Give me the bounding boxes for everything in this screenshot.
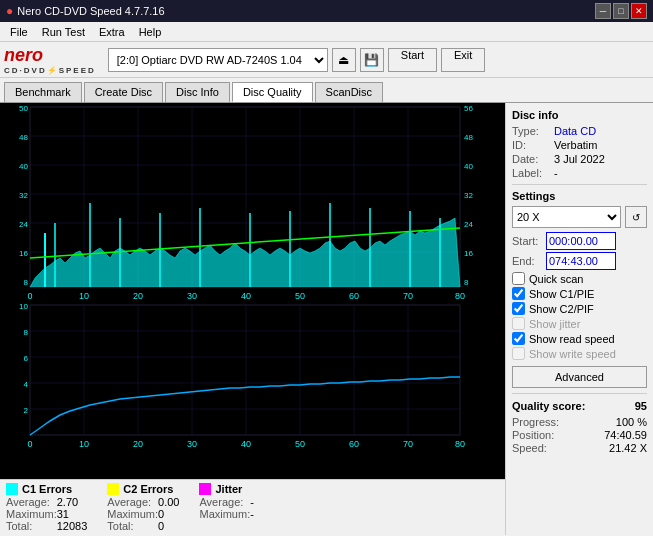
tab-disc-quality[interactable]: Disc Quality xyxy=(232,82,313,102)
tab-scan-disc[interactable]: ScanDisc xyxy=(315,82,383,102)
logo-cdspeed: CD·DVD⚡SPEED xyxy=(4,66,96,75)
menu-file[interactable]: File xyxy=(4,24,34,40)
disc-info-title: Disc info xyxy=(512,109,647,121)
disc-id-value: Verbatim xyxy=(554,139,597,151)
toolbar: nero CD·DVD⚡SPEED [2:0] Optiarc DVD RW A… xyxy=(0,42,653,78)
start-button[interactable]: Start xyxy=(388,48,437,72)
legend-jitter: Jitter Average: - Maximum: - xyxy=(199,483,253,532)
svg-text:50: 50 xyxy=(295,291,305,301)
chart-legend: C1 Errors Average: 2.70 Maximum: 31 Tota… xyxy=(0,479,505,535)
disc-label-label: Label: xyxy=(512,167,550,179)
show-c2-pif-row: Show C2/PIF xyxy=(512,302,647,315)
show-c2-pif-checkbox[interactable] xyxy=(512,302,525,315)
save-button[interactable]: 💾 xyxy=(360,48,384,72)
svg-text:80: 80 xyxy=(455,439,465,449)
svg-text:6: 6 xyxy=(24,354,29,363)
position-row: Position: 74:40.59 xyxy=(512,429,647,441)
close-button[interactable]: ✕ xyxy=(631,3,647,19)
svg-text:24: 24 xyxy=(464,220,473,229)
svg-text:80: 80 xyxy=(455,291,465,301)
speed-row-2: Speed: 21.42 X xyxy=(512,442,647,454)
chart-panel: 50 48 40 32 24 16 8 56 48 40 32 24 16 8 xyxy=(0,103,505,535)
tab-disc-info[interactable]: Disc Info xyxy=(165,82,230,102)
start-label: Start: xyxy=(512,235,542,247)
svg-text:70: 70 xyxy=(403,439,413,449)
svg-text:48: 48 xyxy=(464,133,473,142)
disc-id-label: ID: xyxy=(512,139,550,151)
show-write-speed-row: Show write speed xyxy=(512,347,647,360)
quick-scan-checkbox[interactable] xyxy=(512,272,525,285)
maximize-button[interactable]: □ xyxy=(613,3,629,19)
svg-text:16: 16 xyxy=(19,249,28,258)
window-controls: ─ □ ✕ xyxy=(595,3,647,19)
quality-score-label: Quality score: xyxy=(512,400,585,412)
svg-rect-53 xyxy=(30,305,460,435)
menu-help[interactable]: Help xyxy=(133,24,168,40)
chart-svg: 50 48 40 32 24 16 8 56 48 40 32 24 16 8 xyxy=(0,103,505,535)
progress-section: Progress: 100 % Position: 74:40.59 Speed… xyxy=(512,416,647,454)
svg-text:8: 8 xyxy=(24,278,29,287)
svg-text:8: 8 xyxy=(464,278,469,287)
svg-text:60: 60 xyxy=(349,291,359,301)
settings-title: Settings xyxy=(512,190,647,202)
c1-max-value: 31 xyxy=(57,508,88,520)
exit-button[interactable]: Exit xyxy=(441,48,485,72)
legend-c1: C1 Errors Average: 2.70 Maximum: 31 Tota… xyxy=(6,483,87,532)
speed-row: 4 X8 X16 X20 XMax ↺ xyxy=(512,206,647,228)
svg-text:40: 40 xyxy=(241,439,251,449)
start-row: Start: xyxy=(512,232,647,250)
c2-total-value: 0 xyxy=(158,520,179,532)
speed-refresh-button[interactable]: ↺ xyxy=(625,206,647,228)
svg-text:40: 40 xyxy=(241,291,251,301)
drive-select[interactable]: [2:0] Optiarc DVD RW AD-7240S 1.04 xyxy=(108,48,328,72)
disc-date-value: 3 Jul 2022 xyxy=(554,153,605,165)
minimize-button[interactable]: ─ xyxy=(595,3,611,19)
menu-run-test[interactable]: Run Test xyxy=(36,24,91,40)
logo: nero CD·DVD⚡SPEED xyxy=(4,45,96,75)
svg-text:20: 20 xyxy=(133,439,143,449)
disc-type-label: Type: xyxy=(512,125,550,137)
c2-total-label: Total: xyxy=(107,520,158,532)
title-bar: ● Nero CD-DVD Speed 4.7.7.16 ─ □ ✕ xyxy=(0,0,653,22)
speed-value: 21.42 X xyxy=(609,442,647,454)
quality-score-value: 95 xyxy=(635,400,647,412)
disc-id-row: ID: Verbatim xyxy=(512,139,647,151)
show-jitter-checkbox[interactable] xyxy=(512,317,525,330)
show-jitter-label: Show jitter xyxy=(529,318,580,330)
disc-type-value: Data CD xyxy=(554,125,596,137)
divider-2 xyxy=(512,393,647,394)
c2-avg-label: Average: xyxy=(107,496,158,508)
divider-1 xyxy=(512,184,647,185)
quick-scan-row: Quick scan xyxy=(512,272,647,285)
menu-extra[interactable]: Extra xyxy=(93,24,131,40)
svg-text:40: 40 xyxy=(19,162,28,171)
svg-text:8: 8 xyxy=(24,328,29,337)
svg-text:50: 50 xyxy=(295,439,305,449)
disc-date-row: Date: 3 Jul 2022 xyxy=(512,153,647,165)
svg-text:10: 10 xyxy=(79,291,89,301)
right-panel: Disc info Type: Data CD ID: Verbatim Dat… xyxy=(505,103,653,535)
svg-text:4: 4 xyxy=(24,380,29,389)
eject-button[interactable]: ⏏ xyxy=(332,48,356,72)
show-write-speed-checkbox[interactable] xyxy=(512,347,525,360)
show-c1-pie-label: Show C1/PIE xyxy=(529,288,594,300)
advanced-button[interactable]: Advanced xyxy=(512,366,647,388)
position-value: 74:40.59 xyxy=(604,429,647,441)
disc-label-value: - xyxy=(554,167,558,179)
start-input[interactable] xyxy=(546,232,616,250)
tab-create-disc[interactable]: Create Disc xyxy=(84,82,163,102)
c1-avg-value: 2.70 xyxy=(57,496,88,508)
svg-text:50: 50 xyxy=(19,104,28,113)
end-input[interactable] xyxy=(546,252,616,270)
show-read-speed-checkbox[interactable] xyxy=(512,332,525,345)
c2-max-label: Maximum: xyxy=(107,508,158,520)
progress-value: 100 % xyxy=(616,416,647,428)
show-write-speed-label: Show write speed xyxy=(529,348,616,360)
legend-c2: C2 Errors Average: 0.00 Maximum: 0 Total… xyxy=(107,483,179,532)
speed-select[interactable]: 4 X8 X16 X20 XMax xyxy=(512,206,621,228)
disc-type-row: Type: Data CD xyxy=(512,125,647,137)
tab-benchmark[interactable]: Benchmark xyxy=(4,82,82,102)
logo-nero: nero xyxy=(4,45,43,66)
c1-max-label: Maximum: xyxy=(6,508,57,520)
show-c1-pie-checkbox[interactable] xyxy=(512,287,525,300)
